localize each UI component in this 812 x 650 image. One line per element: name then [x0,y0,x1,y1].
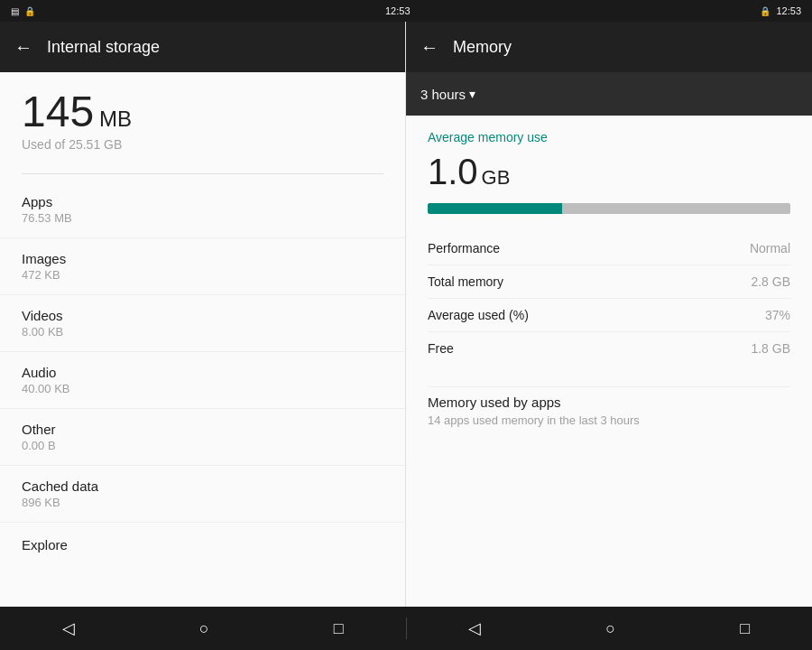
storage-item-videos-name: Videos [22,308,383,323]
left-nav-section: ◁ ○ □ [0,611,406,645]
stat-avg-label: Average used (%) [428,308,529,322]
storage-item-cached-name: Cached data [22,478,383,494]
left-panel-title: Internal storage [47,38,160,57]
stat-performance-value: Normal [750,241,790,255]
storage-item-audio[interactable]: Audio 40.00 KB [0,352,405,409]
stat-avg-value: 37% [765,308,790,322]
left-recent-nav-button[interactable]: □ [316,612,362,645]
right-home-nav-button[interactable]: ○ [587,612,633,645]
divider [22,173,383,174]
memory-apps-title: Memory used by apps [428,395,790,410]
dropdown-arrow-icon: ▾ [469,87,475,101]
storage-number: 145 [22,90,94,134]
storage-item-videos[interactable]: Videos 8.00 KB [0,295,405,352]
storage-item-audio-size: 40.00 KB [22,382,383,395]
battery-icon: 🔒 [760,6,770,16]
right-recent-nav-button[interactable]: □ [722,612,768,645]
storage-used-text: Used of 25.51 GB [22,137,383,152]
storage-overview: 145 MB Used of 25.51 GB [0,72,405,166]
explore-label: Explore [22,537,383,552]
memory-bar-container [428,203,790,214]
left-panel-header: ← Internal storage [0,22,405,72]
memory-content: Average memory use 1.0 GB Performance No… [406,116,812,607]
memory-value: 1.0 GB [428,152,790,192]
storage-item-audio-name: Audio [22,365,383,380]
stat-free-value: 1.8 GB [751,341,790,356]
stat-performance-label: Performance [428,241,500,255]
stat-total-label: Total memory [428,274,503,289]
status-bar: ▤ 🔒 12:53 🔒 12:53 [0,0,812,22]
memory-number: 1.0 [428,152,478,192]
storage-item-images[interactable]: Images 472 KB [0,238,405,295]
sim-icon: ▤ [11,6,19,16]
storage-item-videos-size: 8.00 KB [22,325,383,339]
explore-item[interactable]: Explore [0,523,405,567]
stat-total-memory: Total memory 2.8 GB [428,265,790,299]
status-bar-left: ▤ 🔒 [11,6,35,16]
status-bar-right: 🔒 12:53 [760,5,801,16]
storage-item-images-size: 472 KB [22,268,383,282]
time-selector[interactable]: 3 hours ▾ [420,87,475,102]
stat-free-label: Free [428,341,454,356]
status-bar-time-right: 12:53 [776,5,801,16]
memory-stats: Performance Normal Total memory 2.8 GB A… [428,232,790,365]
stat-free: Free 1.8 GB [428,332,790,365]
memory-bar-fill [428,203,562,214]
avg-memory-label: Average memory use [428,130,790,144]
memory-unit: GB [482,166,511,190]
stat-performance: Performance Normal [428,232,790,265]
storage-items-list: Apps 76.53 MB Images 472 KB Videos 8.00 … [0,181,405,607]
right-panel-header: ← Memory [406,22,812,72]
right-back-button[interactable]: ← [420,37,438,58]
right-panel-title: Memory [453,38,512,57]
memory-filter-bar: 3 hours ▾ [406,72,812,116]
left-panel: ← Internal storage 145 MB Used of 25.51 … [0,22,406,607]
storage-unit: MB [99,107,132,132]
storage-item-other[interactable]: Other 0.00 B [0,409,405,466]
right-back-nav-button[interactable]: ◁ [450,611,499,645]
storage-size: 145 MB [22,90,383,134]
storage-item-other-size: 0.00 B [22,439,383,452]
status-bar-time-left: 12:53 [385,5,411,16]
memory-apps-subtitle: 14 apps used memory in the last 3 hours [428,413,790,427]
right-panel: ← Memory 3 hours ▾ Average memory use 1.… [406,22,812,607]
stat-total-value: 2.8 GB [751,274,790,289]
storage-item-cached-size: 896 KB [22,496,383,509]
memory-apps-section[interactable]: Memory used by apps 14 apps used memory … [428,386,790,427]
left-home-nav-button[interactable]: ○ [181,612,227,645]
storage-item-apps-name: Apps [22,194,383,209]
left-back-nav-button[interactable]: ◁ [44,611,93,645]
right-nav-section: ◁ ○ □ [407,611,813,645]
main-content: ← Internal storage 145 MB Used of 25.51 … [0,22,812,607]
time-filter-label: 3 hours [420,87,466,102]
wifi-icon: 🔒 [24,6,35,16]
bottom-nav: ◁ ○ □ ◁ ○ □ [0,607,812,650]
storage-item-other-name: Other [22,422,383,437]
storage-item-apps[interactable]: Apps 76.53 MB [0,181,405,238]
stat-avg-used: Average used (%) 37% [428,299,790,332]
storage-item-apps-size: 76.53 MB [22,211,383,225]
left-back-button[interactable]: ← [14,37,32,58]
storage-item-cached[interactable]: Cached data 896 KB [0,466,405,523]
storage-item-images-name: Images [22,251,383,266]
